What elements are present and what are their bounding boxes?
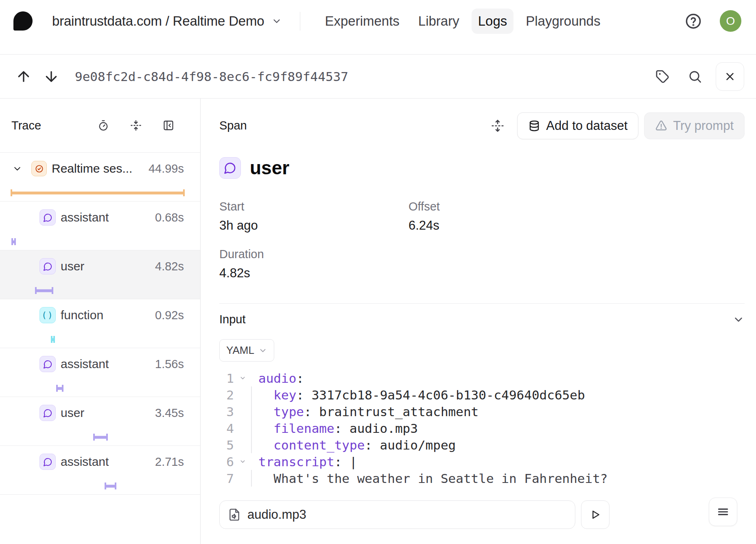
trace-span-row[interactable]: assistant 0.68s — [0, 202, 200, 250]
span-label: user — [61, 259, 84, 273]
span-label: assistant — [61, 357, 109, 371]
trace-tree: Realtime ses... 44.99s assistant 0.68s u… — [0, 153, 200, 495]
line-number[interactable]: 5 — [219, 438, 234, 452]
close-button[interactable] — [716, 62, 744, 91]
code-text: key: 3317cb18-9a54-4c06-b130-c49640dc65e… — [251, 386, 585, 403]
span-duration: 0.68s — [155, 211, 184, 224]
span-name: user — [250, 157, 289, 179]
start-value: 3h ago — [219, 218, 409, 233]
line-number[interactable]: 4 — [219, 421, 234, 436]
chevron-down-icon[interactable] — [12, 164, 22, 174]
span-panel-title: Span — [219, 119, 247, 132]
timeline-marker — [105, 485, 116, 487]
span-label: user — [61, 406, 84, 420]
span-duration: 3.45s — [155, 406, 184, 420]
offset-value: 6.24s — [409, 218, 598, 233]
nav-divider — [300, 12, 300, 31]
code-text: filename: audio.mp3 — [251, 420, 418, 437]
trace-root-row[interactable]: Realtime ses... 44.99s — [0, 153, 200, 202]
add-to-dataset-button[interactable]: Add to dataset — [517, 112, 638, 139]
project-breadcrumb[interactable]: braintrustdata.com / Realtime Demo — [52, 13, 282, 29]
root-span-duration: 44.99s — [149, 162, 184, 175]
chevron-down-icon — [258, 346, 267, 355]
span-panel: Span Add to dataset Try prompt — [201, 99, 756, 544]
timeline-marker — [51, 338, 55, 341]
arrow-up-icon[interactable] — [15, 68, 32, 85]
span-duration: 1.56s — [155, 358, 184, 371]
database-icon — [528, 120, 540, 132]
play-audio-button[interactable] — [581, 500, 610, 529]
timeline-bar-root — [11, 191, 184, 194]
code-line: 7 What's the weather in Seattle in Fahre… — [219, 470, 745, 487]
chevron-down-icon — [271, 16, 282, 26]
trace-span-row[interactable]: user 4.82s — [0, 250, 200, 299]
code-text: content_type: audio/mpeg — [251, 437, 456, 453]
input-section-divider — [219, 303, 745, 304]
audio-file-icon — [228, 508, 241, 521]
help-icon[interactable] — [685, 13, 702, 30]
line-number[interactable]: 3 — [219, 404, 234, 419]
hamburger-icon — [717, 505, 730, 518]
line-number[interactable]: 1 — [219, 371, 234, 386]
line-number[interactable]: 2 — [219, 388, 234, 402]
fold-chevron[interactable] — [236, 458, 249, 465]
trace-panel-title: Trace — [11, 119, 41, 132]
menu-button[interactable] — [709, 498, 737, 526]
format-selector[interactable]: YAML — [219, 339, 274, 362]
try-prompt-button[interactable]: Try prompt — [644, 112, 745, 139]
fold-chevron-icon — [239, 375, 246, 382]
timer-icon[interactable] — [98, 120, 109, 131]
code-line: 6 transcript: | — [219, 453, 745, 470]
code-text: What's the weather in Seattle in Fahrenh… — [251, 470, 608, 487]
chat-bubble-icon — [39, 454, 56, 470]
duration-value: 4.82s — [219, 266, 409, 281]
duration-label: Duration — [219, 248, 409, 261]
fold-vertical-icon[interactable] — [130, 120, 142, 131]
code-line: 5 content_type: audio/mpeg — [219, 437, 745, 453]
code-line: 4 filename: audio.mp3 — [219, 420, 745, 437]
line-number[interactable]: 6 — [219, 454, 234, 469]
nav-item-logs[interactable]: Logs — [472, 9, 514, 34]
trace-id: 9e08fc2d-c84d-4f98-8ec6-fc9f89f44537 — [75, 69, 348, 84]
fold-chevron[interactable] — [236, 375, 249, 382]
trace-span-row[interactable]: assistant 2.71s — [0, 446, 200, 495]
braintrust-logo[interactable] — [13, 11, 33, 31]
search-icon[interactable] — [688, 70, 702, 83]
offset-label: Offset — [409, 200, 598, 213]
chat-bubble-icon — [39, 356, 56, 372]
breadcrumb-label: braintrustdata.com / Realtime Demo — [52, 13, 264, 29]
tag-icon[interactable] — [655, 70, 669, 83]
close-icon — [724, 70, 736, 83]
add-to-dataset-label: Add to dataset — [546, 118, 627, 133]
timeline-marker — [94, 436, 107, 439]
timeline-marker — [12, 240, 15, 243]
span-duration: 0.92s — [155, 309, 184, 322]
task-check-icon — [31, 161, 47, 176]
unfold-vertical-icon[interactable] — [491, 119, 504, 132]
input-section-title: Input — [219, 313, 246, 326]
nav-item-library[interactable]: Library — [412, 9, 466, 34]
nav-item-playgrounds[interactable]: Playgrounds — [519, 9, 607, 34]
start-label: Start — [219, 200, 409, 213]
panel-left-icon[interactable] — [163, 120, 174, 131]
code-text: type: braintrust_attachment — [251, 403, 479, 420]
avatar[interactable]: O — [720, 10, 741, 32]
chat-bubble-icon — [219, 157, 241, 179]
play-icon — [589, 509, 601, 521]
trace-span-row[interactable]: user 3.45s — [0, 397, 200, 446]
line-number[interactable]: 7 — [219, 471, 234, 486]
trace-span-row[interactable]: () function 0.92s — [0, 299, 200, 348]
trace-id-bar: 9e08fc2d-c84d-4f98-8ec6-fc9f89f44537 — [0, 54, 756, 99]
nav-item-experiments[interactable]: Experiments — [318, 9, 406, 34]
code-line: 2 key: 3317cb18-9a54-4c06-b130-c49640dc6… — [219, 386, 745, 403]
yaml-code-block[interactable]: 1 audio: 2 key: 3317cb18-9a54-4c06-b130-… — [219, 370, 745, 487]
trace-span-row[interactable]: assistant 1.56s — [0, 348, 200, 397]
nav-items: Experiments Library Logs Playgrounds — [318, 9, 607, 34]
span-label: assistant — [61, 455, 109, 469]
arrow-down-icon[interactable] — [43, 68, 59, 85]
audio-attachment[interactable]: audio.mp3 — [219, 500, 575, 529]
chat-bubble-icon — [39, 258, 56, 274]
span-duration: 4.82s — [155, 260, 184, 273]
collapse-section-chevron-icon[interactable] — [732, 314, 745, 326]
span-label: function — [61, 308, 103, 322]
